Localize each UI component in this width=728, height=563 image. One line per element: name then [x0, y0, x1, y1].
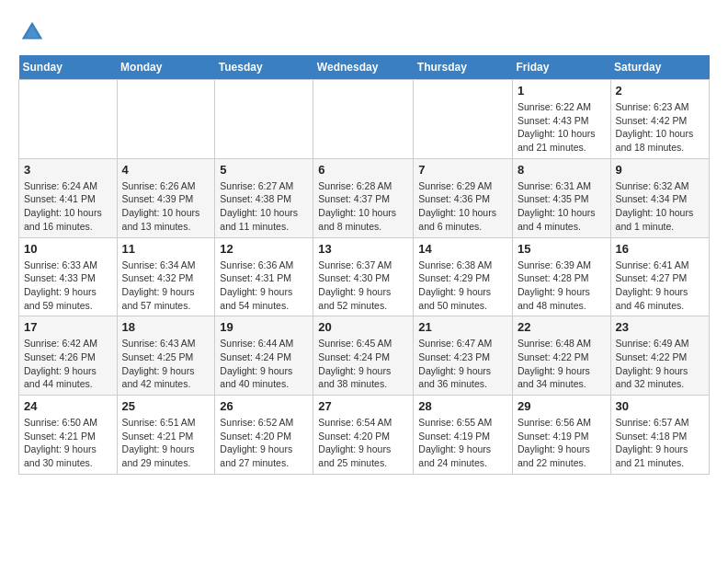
weekday-header-row: SundayMondayTuesdayWednesdayThursdayFrid… [19, 55, 710, 80]
day-info: Sunrise: 6:22 AMSunset: 4:43 PMDaylight:… [518, 100, 606, 155]
page-header [18, 18, 710, 46]
calendar-cell: 18Sunrise: 6:43 AMSunset: 4:25 PMDayligh… [117, 316, 215, 396]
calendar-cell: 6Sunrise: 6:28 AMSunset: 4:37 PMDaylight… [313, 158, 414, 237]
calendar-cell: 20Sunrise: 6:45 AMSunset: 4:24 PMDayligh… [313, 316, 414, 396]
day-number: 22 [518, 320, 606, 334]
day-number: 13 [318, 242, 408, 256]
calendar-cell: 23Sunrise: 6:49 AMSunset: 4:22 PMDayligh… [610, 316, 709, 396]
calendar-week-row: 3Sunrise: 6:24 AMSunset: 4:41 PMDaylight… [19, 158, 710, 237]
calendar-cell: 30Sunrise: 6:57 AMSunset: 4:18 PMDayligh… [610, 396, 709, 475]
calendar-cell: 21Sunrise: 6:47 AMSunset: 4:23 PMDayligh… [414, 316, 513, 396]
day-number: 30 [616, 399, 704, 413]
calendar-cell [313, 80, 414, 159]
calendar-cell [117, 80, 215, 159]
day-number: 4 [122, 163, 210, 177]
calendar-cell [215, 80, 313, 159]
day-info: Sunrise: 6:51 AMSunset: 4:21 PMDaylight:… [122, 416, 210, 470]
day-number: 11 [122, 242, 210, 256]
calendar-cell: 4Sunrise: 6:26 AMSunset: 4:39 PMDaylight… [117, 158, 215, 237]
day-number: 24 [24, 399, 112, 413]
day-info: Sunrise: 6:37 AMSunset: 4:30 PMDaylight:… [318, 259, 408, 313]
day-info: Sunrise: 6:38 AMSunset: 4:29 PMDaylight:… [418, 259, 507, 313]
day-info: Sunrise: 6:28 AMSunset: 4:37 PMDaylight:… [318, 179, 408, 234]
day-number: 6 [318, 163, 408, 177]
calendar-cell: 24Sunrise: 6:50 AMSunset: 4:21 PMDayligh… [19, 396, 118, 475]
calendar-cell: 26Sunrise: 6:52 AMSunset: 4:20 PMDayligh… [215, 396, 313, 475]
day-number: 14 [418, 242, 507, 256]
day-number: 27 [318, 399, 408, 413]
calendar-cell: 7Sunrise: 6:29 AMSunset: 4:36 PMDaylight… [414, 158, 513, 237]
day-info: Sunrise: 6:33 AMSunset: 4:33 PMDaylight:… [24, 259, 112, 313]
calendar-cell: 11Sunrise: 6:34 AMSunset: 4:32 PMDayligh… [117, 237, 215, 316]
day-info: Sunrise: 6:45 AMSunset: 4:24 PMDaylight:… [318, 337, 408, 391]
calendar-cell: 13Sunrise: 6:37 AMSunset: 4:30 PMDayligh… [313, 237, 414, 316]
calendar-cell: 28Sunrise: 6:55 AMSunset: 4:19 PMDayligh… [414, 396, 513, 475]
day-number: 1 [518, 84, 606, 98]
day-info: Sunrise: 6:27 AMSunset: 4:38 PMDaylight:… [220, 179, 308, 234]
day-number: 3 [24, 163, 112, 177]
day-info: Sunrise: 6:44 AMSunset: 4:24 PMDaylight:… [220, 337, 308, 391]
day-number: 2 [616, 84, 704, 98]
calendar-cell: 1Sunrise: 6:22 AMSunset: 4:43 PMDaylight… [512, 80, 610, 159]
day-info: Sunrise: 6:54 AMSunset: 4:20 PMDaylight:… [318, 416, 408, 470]
weekday-header: Saturday [610, 55, 709, 80]
calendar-week-row: 10Sunrise: 6:33 AMSunset: 4:33 PMDayligh… [19, 237, 710, 316]
calendar-cell: 3Sunrise: 6:24 AMSunset: 4:41 PMDaylight… [19, 158, 118, 237]
day-info: Sunrise: 6:32 AMSunset: 4:34 PMDaylight:… [616, 179, 704, 234]
calendar-cell: 27Sunrise: 6:54 AMSunset: 4:20 PMDayligh… [313, 396, 414, 475]
day-number: 16 [616, 242, 704, 256]
day-number: 7 [418, 163, 507, 177]
calendar-week-row: 24Sunrise: 6:50 AMSunset: 4:21 PMDayligh… [19, 396, 710, 475]
logo-icon [18, 18, 46, 46]
calendar-cell: 25Sunrise: 6:51 AMSunset: 4:21 PMDayligh… [117, 396, 215, 475]
calendar-cell: 16Sunrise: 6:41 AMSunset: 4:27 PMDayligh… [610, 237, 709, 316]
calendar-cell: 17Sunrise: 6:42 AMSunset: 4:26 PMDayligh… [19, 316, 118, 396]
day-number: 18 [122, 320, 210, 334]
day-info: Sunrise: 6:49 AMSunset: 4:22 PMDaylight:… [616, 337, 704, 391]
weekday-header: Friday [512, 55, 610, 80]
calendar-cell: 2Sunrise: 6:23 AMSunset: 4:42 PMDaylight… [610, 80, 709, 159]
weekday-header: Sunday [19, 55, 118, 80]
calendar-cell: 5Sunrise: 6:27 AMSunset: 4:38 PMDaylight… [215, 158, 313, 237]
day-info: Sunrise: 6:41 AMSunset: 4:27 PMDaylight:… [616, 259, 704, 313]
day-info: Sunrise: 6:55 AMSunset: 4:19 PMDaylight:… [418, 416, 507, 470]
day-number: 26 [220, 399, 308, 413]
calendar-cell: 9Sunrise: 6:32 AMSunset: 4:34 PMDaylight… [610, 158, 709, 237]
calendar-cell: 29Sunrise: 6:56 AMSunset: 4:19 PMDayligh… [512, 396, 610, 475]
day-info: Sunrise: 6:52 AMSunset: 4:20 PMDaylight:… [220, 416, 308, 470]
day-number: 29 [518, 399, 606, 413]
day-info: Sunrise: 6:57 AMSunset: 4:18 PMDaylight:… [616, 416, 704, 470]
day-info: Sunrise: 6:31 AMSunset: 4:35 PMDaylight:… [518, 179, 606, 234]
weekday-header: Wednesday [313, 55, 414, 80]
logo [18, 18, 51, 46]
day-number: 10 [24, 242, 112, 256]
calendar-cell: 19Sunrise: 6:44 AMSunset: 4:24 PMDayligh… [215, 316, 313, 396]
day-number: 25 [122, 399, 210, 413]
calendar-week-row: 17Sunrise: 6:42 AMSunset: 4:26 PMDayligh… [19, 316, 710, 396]
day-number: 15 [518, 242, 606, 256]
calendar-cell: 8Sunrise: 6:31 AMSunset: 4:35 PMDaylight… [512, 158, 610, 237]
calendar-cell: 10Sunrise: 6:33 AMSunset: 4:33 PMDayligh… [19, 237, 118, 316]
day-number: 20 [318, 320, 408, 334]
day-info: Sunrise: 6:26 AMSunset: 4:39 PMDaylight:… [122, 179, 210, 234]
calendar-week-row: 1Sunrise: 6:22 AMSunset: 4:43 PMDaylight… [19, 80, 710, 159]
day-number: 12 [220, 242, 308, 256]
calendar-cell [414, 80, 513, 159]
day-info: Sunrise: 6:42 AMSunset: 4:26 PMDaylight:… [24, 337, 112, 391]
calendar-cell [19, 80, 118, 159]
day-number: 19 [220, 320, 308, 334]
day-number: 5 [220, 163, 308, 177]
day-info: Sunrise: 6:50 AMSunset: 4:21 PMDaylight:… [24, 416, 112, 470]
calendar-cell: 15Sunrise: 6:39 AMSunset: 4:28 PMDayligh… [512, 237, 610, 316]
day-info: Sunrise: 6:56 AMSunset: 4:19 PMDaylight:… [518, 416, 606, 470]
day-info: Sunrise: 6:43 AMSunset: 4:25 PMDaylight:… [122, 337, 210, 391]
weekday-header: Monday [117, 55, 215, 80]
calendar-cell: 14Sunrise: 6:38 AMSunset: 4:29 PMDayligh… [414, 237, 513, 316]
day-number: 21 [418, 320, 507, 334]
calendar-cell: 22Sunrise: 6:48 AMSunset: 4:22 PMDayligh… [512, 316, 610, 396]
day-info: Sunrise: 6:34 AMSunset: 4:32 PMDaylight:… [122, 259, 210, 313]
day-number: 28 [418, 399, 507, 413]
day-number: 17 [24, 320, 112, 334]
calendar-cell: 12Sunrise: 6:36 AMSunset: 4:31 PMDayligh… [215, 237, 313, 316]
day-info: Sunrise: 6:23 AMSunset: 4:42 PMDaylight:… [616, 100, 704, 155]
